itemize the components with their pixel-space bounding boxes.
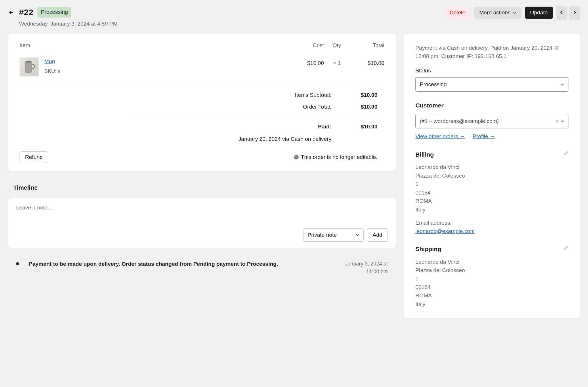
chevron-down-icon [561, 83, 564, 86]
order-id: #22 [19, 6, 33, 19]
note-card: Private note Add [8, 198, 396, 248]
customer-select[interactable]: (#1 – wordpress@example.com) × [415, 114, 568, 129]
help-icon[interactable]: ? [294, 155, 299, 159]
item-name-link[interactable]: Mug [44, 58, 55, 64]
status-select[interactable]: Processing [415, 77, 568, 92]
mug-icon [23, 60, 35, 74]
billing-title: Billing [415, 150, 434, 159]
svg-point-0 [25, 61, 32, 63]
timeline-title: Timeline [13, 183, 396, 192]
chevron-down-icon [561, 120, 564, 123]
subtotal-label: Items Subtotal: [268, 91, 331, 99]
ordertotal-label: Order Total: [268, 103, 331, 111]
more-actions-button[interactable]: More actions [474, 7, 522, 19]
prev-order-button[interactable] [556, 6, 567, 20]
timeline-entry-date2: 11:00 pm [345, 268, 388, 276]
back-arrow-icon[interactable] [8, 9, 14, 16]
status-value: Processing [420, 80, 447, 89]
add-note-button[interactable]: Add [367, 228, 388, 242]
payment-info: Payment via Cash on delivery. Paid on Ja… [415, 44, 568, 61]
customer-title: Customer [415, 101, 568, 110]
not-editable-text: This order is no longer editable. [301, 153, 377, 161]
chevron-down-icon [356, 234, 359, 236]
item-qty: × 1 [324, 57, 350, 68]
update-button[interactable]: Update [525, 7, 553, 19]
refund-button[interactable]: Refund [20, 151, 48, 163]
delete-button[interactable]: Delete [444, 7, 471, 19]
col-header-qty: Qty [324, 41, 350, 50]
paid-value: $10.00 [343, 123, 377, 131]
note-type-value: Private note [308, 231, 337, 239]
shipping-title: Shipping [415, 244, 441, 254]
timeline-dot-icon [16, 262, 19, 265]
status-label: Status [415, 67, 568, 75]
profile-link[interactable]: Profile → [473, 132, 495, 141]
item-thumbnail[interactable] [20, 57, 39, 76]
order-date: Wednesday, January 3, 2024 at 4:59 PM [19, 20, 118, 28]
col-header-total: Total [350, 41, 384, 50]
view-other-orders-link[interactable]: View other orders → [415, 132, 465, 141]
paid-label: Paid: [268, 123, 331, 131]
shipping-address: Leonardo da Vinci Piazza del Colosseo 1 … [415, 258, 568, 309]
subtotal-value: $10.00 [343, 91, 377, 99]
col-header-item: Item [20, 41, 292, 50]
item-total: $10.00 [350, 57, 384, 68]
timeline-entry: Payment to be made upon delivery. Order … [8, 254, 396, 276]
billing-address: Leonardo da Vinci Piazza del Colosseo 1 … [415, 163, 568, 214]
edit-billing-icon[interactable] [564, 150, 568, 154]
item-row: Mug SKU: s $10.00 × 1 $10.00 [16, 53, 388, 84]
note-type-select[interactable]: Private note [303, 228, 364, 242]
item-cost: $10.00 [292, 57, 324, 68]
side-card: Payment via Cash on delivery. Paid on Ja… [404, 34, 580, 318]
items-card: Item Cost Qty Total Mug SKU: s $10.00 [8, 34, 396, 171]
status-badge: Processing [37, 7, 71, 18]
billing-email-link[interactable]: leonardo@example.com [415, 228, 475, 234]
chevron-down-icon [513, 11, 516, 14]
chevron-right-icon [573, 10, 576, 15]
note-input[interactable] [16, 205, 388, 217]
timeline-entry-date1: January 3, 2024 at [345, 260, 388, 268]
col-header-cost: Cost [292, 41, 324, 50]
item-sku: SKU: s [44, 68, 292, 75]
edit-shipping-icon[interactable] [564, 244, 568, 249]
timeline-entry-text: Payment to be made upon delivery. Order … [29, 260, 339, 276]
more-actions-label: More actions [479, 9, 511, 16]
paid-note: January 20, 2024 via Cash on delivery [20, 134, 331, 143]
clear-icon[interactable]: × [556, 117, 559, 126]
email-label: Email address: [415, 219, 568, 227]
customer-value: (#1 – wordpress@example.com) [420, 117, 499, 126]
next-order-button[interactable] [569, 6, 580, 20]
ordertotal-value: $10.00 [343, 103, 377, 111]
chevron-left-icon [560, 10, 563, 15]
